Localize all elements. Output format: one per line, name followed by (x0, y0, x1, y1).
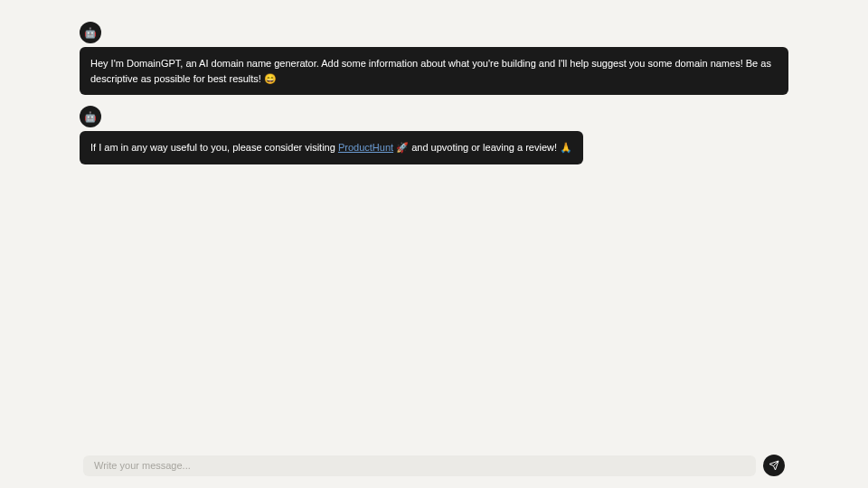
chat-container: 🤖 Hey I'm DomainGPT, an AI domain name g… (0, 0, 868, 443)
message-bubble: If I am in any way useful to you, please… (80, 131, 583, 164)
message-group: 🤖 If I am in any way useful to you, plea… (80, 106, 788, 164)
message-group: 🤖 Hey I'm DomainGPT, an AI domain name g… (80, 22, 788, 95)
producthunt-link[interactable]: ProductHunt (338, 142, 393, 153)
message-input[interactable] (83, 455, 756, 476)
message-bubble: Hey I'm DomainGPT, an AI domain name gen… (80, 47, 788, 95)
bot-avatar: 🤖 (80, 106, 101, 127)
bot-avatar: 🤖 (80, 22, 101, 43)
message-text: 🚀 and upvoting or leaving a review! 🙏 (393, 142, 572, 153)
send-button[interactable] (763, 455, 785, 476)
message-text: Hey I'm DomainGPT, an AI domain name gen… (90, 58, 771, 84)
send-icon (769, 460, 779, 471)
message-text: If I am in any way useful to you, please… (90, 142, 338, 153)
input-area (83, 455, 785, 476)
